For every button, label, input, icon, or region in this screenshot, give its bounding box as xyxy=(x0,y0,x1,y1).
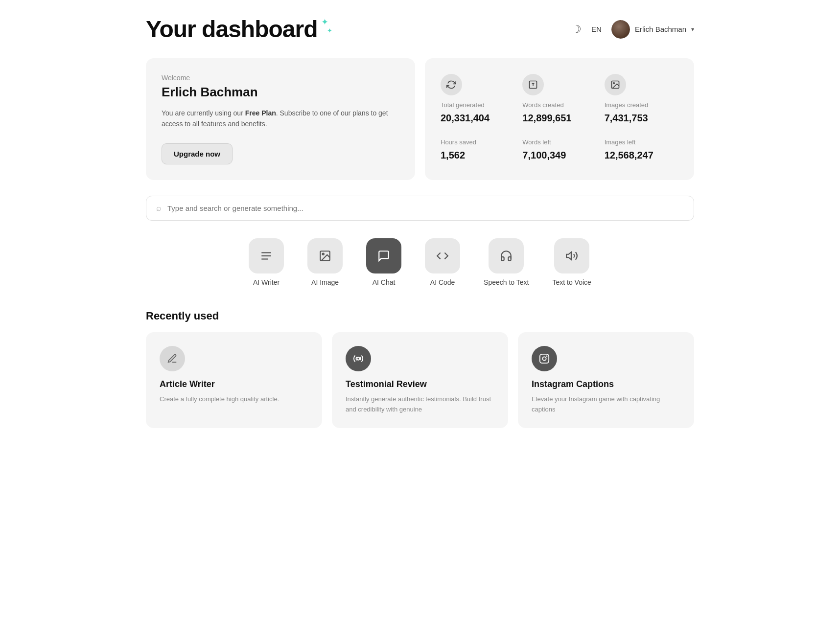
avatar xyxy=(611,20,630,39)
article-writer-description: Create a fully complete high quality art… xyxy=(160,394,308,405)
ai-image-label: AI Image xyxy=(311,278,339,286)
search-container: ⌕ xyxy=(146,196,694,221)
welcome-description: You are currently using our Free Plan. S… xyxy=(162,108,399,130)
ai-image-icon xyxy=(307,238,343,273)
svg-rect-10 xyxy=(540,354,549,363)
svg-point-12 xyxy=(547,356,547,356)
welcome-label: Welcome xyxy=(162,74,399,82)
stat-label: Words created xyxy=(522,101,596,109)
user-profile[interactable]: Erlich Bachman ▾ xyxy=(611,20,694,39)
stat-label: Words left xyxy=(522,138,596,146)
header: Your dashboard ✦ ✦ ☽ EN Erlich Bachman ▾ xyxy=(146,16,694,43)
stat-item: Hours saved 1,562 xyxy=(441,138,514,164)
username-label: Erlich Bachman xyxy=(635,25,686,33)
recent-card-testimonial-review[interactable]: Testimonial Review Instantly generate au… xyxy=(332,332,508,429)
tool-item-speech-to-text[interactable]: Speech to Text xyxy=(484,238,529,286)
article-writer-title: Article Writer xyxy=(160,379,308,389)
header-right: ☽ EN Erlich Bachman ▾ xyxy=(572,20,694,39)
instagram-captions-description: Elevate your Instagram game with captiva… xyxy=(532,394,680,415)
header-left: Your dashboard ✦ ✦ xyxy=(146,16,332,43)
svg-point-11 xyxy=(542,357,546,360)
search-icon: ⌕ xyxy=(156,203,162,213)
chevron-down-icon: ▾ xyxy=(691,26,694,33)
recently-used-grid: Article Writer Create a fully complete h… xyxy=(146,332,694,429)
stat-label: Images left xyxy=(605,138,678,146)
stat-value: 12,899,651 xyxy=(522,113,596,124)
upgrade-button[interactable]: Upgrade now xyxy=(162,143,233,164)
testimonial-review-description: Instantly generate authentic testimonial… xyxy=(346,394,494,415)
text-to-voice-icon xyxy=(554,238,589,273)
ai-chat-label: AI Chat xyxy=(373,278,396,286)
testimonial-review-icon xyxy=(346,346,371,371)
instagram-captions-icon xyxy=(532,346,557,371)
search-input[interactable] xyxy=(167,204,684,212)
ai-writer-label: AI Writer xyxy=(253,278,280,286)
tool-item-ai-code[interactable]: AI Code xyxy=(425,238,460,286)
tool-item-ai-image[interactable]: AI Image xyxy=(307,238,343,286)
text-to-voice-label: Text to Voice xyxy=(552,278,591,286)
svg-marker-8 xyxy=(566,252,571,259)
welcome-name: Erlich Bachman xyxy=(162,85,399,100)
ai-writer-icon xyxy=(249,238,284,273)
search-bar: ⌕ xyxy=(146,196,694,221)
stat-value: 7,431,753 xyxy=(605,113,678,124)
speech-to-text-icon xyxy=(489,238,524,273)
stat-value: 7,100,349 xyxy=(522,150,596,161)
stat-item: Total generated 20,331,404 xyxy=(441,74,514,127)
sparkles-icon: ✦ ✦ xyxy=(321,18,332,34)
stat-icon-0 xyxy=(441,74,462,95)
tools-grid: AI Writer AI Image AI Chat AI Code Speec… xyxy=(146,234,694,290)
speech-to-text-label: Speech to Text xyxy=(484,278,529,286)
stat-item: Words created 12,899,651 xyxy=(522,74,596,127)
recently-used: Recently used Article Writer Create a fu… xyxy=(146,310,694,429)
stat-icon-2 xyxy=(605,74,626,95)
instagram-captions-title: Instagram Captions xyxy=(532,379,680,389)
moon-icon[interactable]: ☽ xyxy=(572,23,582,36)
welcome-card: Welcome Erlich Bachman You are currently… xyxy=(146,58,415,180)
tool-item-ai-chat[interactable]: AI Chat xyxy=(366,238,401,286)
svg-point-9 xyxy=(357,357,360,360)
stat-icon-1 xyxy=(522,74,544,95)
stat-label: Total generated xyxy=(441,101,514,109)
recently-used-title: Recently used xyxy=(146,310,694,322)
testimonial-review-title: Testimonial Review xyxy=(346,379,494,389)
ai-code-label: AI Code xyxy=(430,278,455,286)
stat-item: Words left 7,100,349 xyxy=(522,138,596,164)
stat-label: Hours saved xyxy=(441,138,514,146)
article-writer-icon xyxy=(160,346,185,371)
svg-point-7 xyxy=(323,253,324,254)
stat-value: 1,562 xyxy=(441,150,514,161)
ai-code-icon xyxy=(425,238,460,273)
recent-card-article-writer[interactable]: Article Writer Create a fully complete h… xyxy=(146,332,322,429)
language-selector[interactable]: EN xyxy=(591,25,602,33)
ai-chat-icon xyxy=(366,238,401,273)
page-title: Your dashboard xyxy=(146,16,317,43)
stat-label: Images created xyxy=(605,101,678,109)
top-section: Welcome Erlich Bachman You are currently… xyxy=(146,58,694,180)
tool-item-ai-writer[interactable]: AI Writer xyxy=(249,238,284,286)
recent-card-instagram-captions[interactable]: Instagram Captions Elevate your Instagra… xyxy=(518,332,694,429)
stat-item: Images created 7,431,753 xyxy=(605,74,678,127)
tool-item-text-to-voice[interactable]: Text to Voice xyxy=(552,238,591,286)
stat-value: 20,331,404 xyxy=(441,113,514,124)
stats-card: Total generated 20,331,404 Words created… xyxy=(425,58,694,180)
stat-value: 12,568,247 xyxy=(605,150,678,161)
stat-item: Images left 12,568,247 xyxy=(605,138,678,164)
svg-point-2 xyxy=(613,83,614,84)
